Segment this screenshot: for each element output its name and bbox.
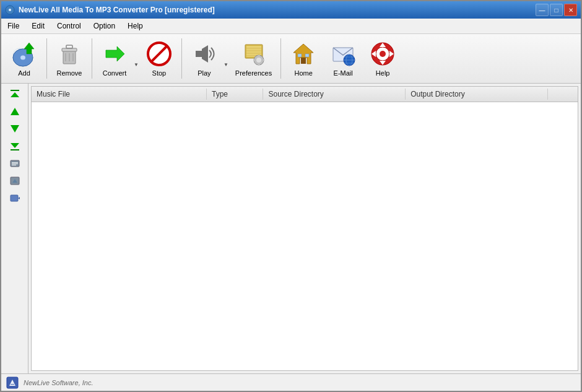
newlive-status-icon (6, 377, 19, 389)
status-icon (6, 377, 19, 389)
action2-button[interactable] (5, 173, 25, 189)
svg-point-25 (256, 58, 261, 63)
col-music-file-header[interactable]: Music File (32, 89, 207, 100)
separator-2 (92, 38, 92, 79)
convert-button[interactable]: Convert (95, 37, 134, 80)
move-bottom-button[interactable] (5, 138, 25, 154)
table-header: Music File Type Source Directory Output … (32, 87, 578, 102)
svg-rect-33 (298, 54, 302, 57)
action3-button[interactable] (5, 190, 25, 206)
convert-label: Convert (103, 69, 127, 77)
toolbar: Add Remove (1, 34, 581, 84)
move-top-icon (9, 89, 20, 100)
move-down-button[interactable] (5, 121, 25, 137)
window-title: NewLive All Media To MP3 Converter Pro [… (19, 6, 215, 14)
menu-edit[interactable]: Edit (25, 20, 51, 32)
action1-button[interactable] (5, 155, 25, 172)
separator-3 (181, 38, 182, 79)
email-button[interactable]: E-Mail (324, 37, 362, 80)
add-icon (11, 40, 38, 68)
svg-point-1 (9, 9, 11, 11)
stop-button[interactable]: Stop (140, 37, 178, 80)
svg-rect-16 (196, 51, 202, 57)
close-button[interactable]: ✕ (564, 4, 577, 16)
col-extra-header (548, 89, 578, 100)
preferences-icon (240, 40, 267, 68)
help-icon (369, 40, 396, 68)
home-icon (290, 40, 317, 68)
separator-1 (46, 38, 47, 79)
separator-4 (280, 38, 281, 79)
add-label: Add (18, 69, 30, 77)
title-bar-buttons: — □ ✕ (536, 4, 577, 16)
menu-bar: File Edit Control Option Help (1, 19, 581, 34)
svg-rect-26 (258, 55, 260, 58)
move-top-button[interactable] (5, 86, 25, 102)
svg-rect-32 (301, 58, 306, 64)
svg-point-43 (380, 51, 386, 57)
preferences-label: Preferences (235, 69, 272, 77)
play-button[interactable]: Play (185, 37, 224, 80)
svg-rect-30 (240, 40, 267, 45)
menu-file[interactable]: File (1, 20, 25, 32)
status-text: NewLive Software, Inc. (24, 379, 93, 386)
remove-button[interactable]: Remove (50, 37, 89, 80)
svg-rect-34 (305, 54, 309, 57)
action2-icon (9, 175, 20, 186)
maximize-button[interactable]: □ (550, 4, 563, 16)
svg-rect-56 (11, 195, 18, 201)
svg-rect-27 (258, 63, 260, 65)
title-bar-left: NewLive All Media To MP3 Converter Pro [… (5, 5, 215, 15)
svg-marker-17 (202, 45, 208, 63)
action1-icon (9, 158, 20, 169)
svg-rect-28 (254, 59, 256, 61)
svg-marker-12 (106, 46, 124, 61)
table-body[interactable] (32, 102, 578, 370)
play-dropdown[interactable]: ▼ (224, 38, 228, 79)
svg-point-3 (20, 56, 25, 60)
remove-label: Remove (57, 69, 82, 77)
move-bottom-icon (9, 141, 20, 152)
play-label: Play (198, 69, 211, 77)
content-area: Music File Type Source Directory Output … (1, 84, 581, 373)
stop-label: Stop (152, 69, 167, 77)
action3-icon (9, 193, 20, 204)
home-button[interactable]: Home (284, 37, 323, 80)
svg-rect-29 (261, 59, 264, 61)
remove-icon (56, 40, 83, 68)
convert-icon (101, 40, 128, 68)
svg-marker-47 (11, 125, 19, 133)
col-source-header[interactable]: Source Directory (263, 89, 406, 100)
menu-option[interactable]: Option (87, 20, 121, 32)
minimize-button[interactable]: — (536, 4, 549, 16)
svg-rect-8 (66, 45, 72, 48)
help-button[interactable]: Help (363, 37, 402, 80)
svg-rect-60 (11, 384, 14, 385)
help-label: Help (376, 69, 390, 77)
svg-rect-52 (12, 163, 18, 164)
menu-control[interactable]: Control (51, 20, 87, 32)
move-down-icon (9, 123, 20, 134)
title-bar: NewLive All Media To MP3 Converter Pro [… (1, 1, 581, 19)
svg-rect-51 (12, 162, 18, 163)
convert-button-group: Convert ▼ (95, 37, 139, 80)
svg-marker-46 (11, 108, 19, 115)
move-up-button[interactable] (5, 103, 25, 120)
preferences-button[interactable]: Preferences (230, 37, 277, 80)
menu-help[interactable]: Help (121, 20, 149, 32)
email-icon (329, 40, 357, 68)
email-label: E-Mail (334, 69, 353, 77)
app-icon (5, 5, 15, 15)
move-up-icon (9, 106, 20, 117)
svg-marker-49 (11, 143, 19, 148)
convert-dropdown[interactable]: ▼ (134, 38, 139, 79)
svg-marker-45 (11, 92, 19, 97)
col-type-header[interactable]: Type (207, 89, 263, 100)
play-icon (191, 40, 218, 68)
file-list-area: Music File Type Source Directory Output … (31, 86, 578, 371)
add-button[interactable]: Add (5, 37, 43, 80)
home-label: Home (294, 69, 312, 77)
play-button-group: Play ▼ (185, 37, 228, 80)
status-bar: NewLive Software, Inc. (1, 373, 581, 391)
col-output-header[interactable]: Output Directory (406, 89, 548, 100)
